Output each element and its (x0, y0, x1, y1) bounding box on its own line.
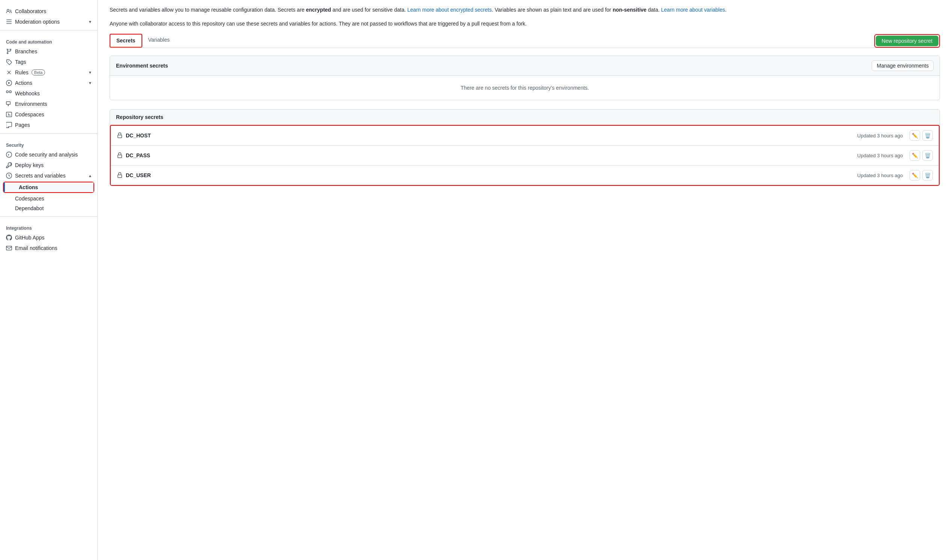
sidebar-item-pages[interactable]: Pages (0, 120, 97, 130)
sidebar-item-label: Pages (15, 122, 30, 128)
sidebar-item-rules[interactable]: Rules Beta ▾ (0, 67, 97, 78)
new-secret-button-wrapper: New repository secret (874, 34, 940, 48)
chevron-down-icon: ▾ (89, 70, 91, 75)
environment-secrets-header: Environment secrets Manage environments (110, 56, 940, 76)
new-secret-button[interactable]: New repository secret (876, 35, 938, 46)
sidebar-item-moderation[interactable]: Moderation options ▾ (0, 17, 97, 27)
sidebar-item-label: Rules (15, 69, 29, 76)
branches-icon (6, 48, 12, 54)
sidebar-item-code-security[interactable]: Code security and analysis (0, 150, 97, 160)
sidebar-item-label: GitHub Apps (15, 234, 45, 241)
secrets-icon (6, 173, 12, 179)
description-block-1: Secrets and variables allow you to manag… (110, 6, 940, 14)
sidebar-item-github-apps[interactable]: GitHub Apps (0, 232, 97, 243)
divider (0, 30, 97, 31)
sidebar-subitem-label: Dependabot (15, 205, 43, 211)
environment-secrets-empty: There are no secrets for this repository… (110, 76, 940, 100)
section-label-security: Security (0, 137, 97, 150)
secret-lock-icon (117, 172, 123, 178)
moderation-icon (6, 19, 12, 25)
sidebar-item-label: Code security and analysis (15, 152, 78, 157)
tab-variables[interactable]: Variables (142, 34, 176, 48)
table-row: DC_HOST Updated 3 hours ago ✏️ 🗑️ (111, 126, 939, 146)
codespaces-icon (6, 111, 12, 117)
environment-secrets-title: Environment secrets (116, 63, 168, 69)
sidebar-subitem-actions[interactable]: Actions (4, 182, 93, 192)
sidebar-item-webhooks[interactable]: Webhooks (0, 88, 97, 99)
sidebar-subitem-dependabot[interactable]: Dependabot (0, 204, 97, 213)
pages-icon (6, 122, 12, 128)
sidebar-item-label: Actions (15, 80, 32, 86)
environment-secrets-section: Environment secrets Manage environments … (110, 56, 940, 100)
sidebar-item-label: Moderation options (15, 19, 60, 25)
sidebar-item-collaborators[interactable]: Collaborators (0, 6, 97, 17)
sidebar: Collaborators Moderation options ▾ Code … (0, 0, 97, 560)
sidebar-item-label: Email notifications (15, 245, 57, 251)
chevron-down-icon: ▾ (89, 19, 91, 25)
main-content: Secrets and variables allow you to manag… (97, 0, 952, 560)
email-icon (6, 245, 12, 251)
repository-secrets-section: Repository secrets DC_HOST Updated 3 hou… (110, 109, 940, 186)
divider-integrations (0, 216, 97, 217)
repository-secrets-header: Repository secrets (110, 110, 940, 125)
delete-secret-button[interactable]: 🗑️ (922, 150, 933, 160)
secret-updated: Updated 3 hours ago (858, 133, 903, 139)
edit-secret-button[interactable]: ✏️ (910, 150, 920, 160)
edit-secret-button[interactable]: ✏️ (910, 170, 920, 180)
chevron-down-icon: ▾ (89, 80, 91, 86)
sidebar-item-branches[interactable]: Branches (0, 46, 97, 57)
sidebar-subitem-codespaces[interactable]: Codespaces (0, 194, 97, 204)
webhooks-icon (6, 91, 12, 96)
sidebar-item-actions[interactable]: Actions ▾ (0, 78, 97, 88)
manage-environments-button[interactable]: Manage environments (872, 60, 933, 71)
sidebar-item-label: Deploy keys (15, 162, 43, 168)
section-label-integrations: Integrations (0, 219, 97, 232)
secret-lock-icon (117, 133, 123, 139)
description-block-2: Anyone with collaborator access to this … (110, 20, 940, 28)
secrets-red-outline: DC_HOST Updated 3 hours ago ✏️ 🗑️ DC_PAS… (110, 125, 940, 186)
actions-icon (6, 80, 12, 86)
beta-badge: Beta (31, 69, 45, 76)
sidebar-item-label: Branches (15, 48, 37, 54)
sidebar-item-tags[interactable]: Tags (0, 57, 97, 67)
sidebar-item-label: Webhooks (15, 91, 40, 96)
secret-name: DC_USER (126, 172, 858, 178)
rules-icon (6, 69, 12, 76)
sidebar-item-label: Codespaces (15, 111, 44, 117)
sidebar-item-label: Tags (15, 59, 26, 65)
sidebar-subitem-label: Codespaces (15, 196, 44, 202)
sidebar-item-email-notifications[interactable]: Email notifications (0, 243, 97, 253)
chevron-up-icon: ▴ (89, 173, 91, 178)
tab-secrets-wrapper: Secrets (110, 34, 142, 48)
tags-icon (6, 59, 12, 65)
github-apps-icon (6, 234, 12, 241)
tabs-list: Secrets Variables (110, 34, 176, 48)
learn-secrets-link[interactable]: Learn more about encrypted secrets (407, 7, 492, 13)
sidebar-item-secrets-variables[interactable]: Secrets and variables ▴ (0, 170, 97, 181)
secret-name: DC_HOST (126, 133, 858, 139)
table-row: DC_PASS Updated 3 hours ago ✏️ 🗑️ (111, 146, 939, 165)
collaborators-icon (6, 8, 12, 14)
divider-security (0, 133, 97, 134)
table-row: DC_USER Updated 3 hours ago ✏️ 🗑️ (111, 165, 939, 185)
sidebar-item-label: Environments (15, 101, 47, 107)
sidebar-item-label: Secrets and variables (15, 173, 66, 179)
sidebar-subitem-label: Actions (19, 184, 38, 190)
delete-secret-button[interactable]: 🗑️ (922, 130, 933, 141)
secret-updated: Updated 3 hours ago (858, 153, 903, 158)
sidebar-item-environments[interactable]: Environments (0, 99, 97, 109)
secret-updated: Updated 3 hours ago (858, 173, 903, 178)
tab-secrets[interactable]: Secrets (110, 34, 142, 47)
secret-lock-icon (117, 153, 123, 158)
environments-icon (6, 101, 12, 107)
sidebar-item-label: Collaborators (15, 8, 46, 14)
delete-secret-button[interactable]: 🗑️ (922, 170, 933, 180)
edit-secret-button[interactable]: ✏️ (910, 130, 920, 141)
secret-name: DC_PASS (126, 153, 858, 158)
tabs-row: Secrets Variables New repository secret (110, 34, 940, 48)
code-security-icon (6, 152, 12, 157)
sidebar-item-deploy-keys[interactable]: Deploy keys (0, 160, 97, 170)
learn-vars-link[interactable]: Learn more about variables (661, 7, 725, 13)
repository-secrets-title: Repository secrets (116, 114, 163, 120)
sidebar-item-codespaces[interactable]: Codespaces (0, 109, 97, 120)
